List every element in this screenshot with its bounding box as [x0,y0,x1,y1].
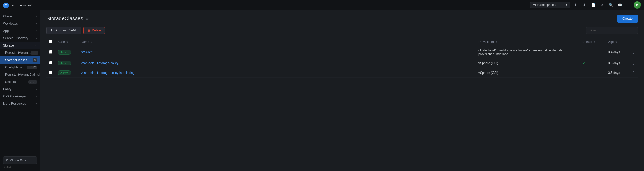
sidebar-item-label: Apps [3,29,10,33]
row-menu-icon[interactable]: ⋮ [632,61,635,65]
default-check: ✓ [582,61,585,65]
col-header-age[interactable]: Age ⇅ [606,38,629,46]
row-checkbox-cell [46,46,55,58]
page-title-row: StorageClasses ☆ [46,16,89,22]
select-all-header [46,38,55,46]
gear-icon: ⚙ [6,159,9,162]
col-header-name[interactable]: Name ↓ [78,38,476,46]
col-header-state[interactable]: State ⇅ [55,38,78,46]
more-options-icon[interactable]: ⋮ [625,1,632,9]
table-row: Active vsan-default-storage-policy vSphe… [46,58,638,68]
row-checkbox[interactable] [49,50,52,54]
download-yaml-button[interactable]: ⬇ Download YAML [46,27,81,34]
row-name: vsan-default-storage-policy [78,58,476,68]
page: StorageClasses ☆ Create ⬇ Download YAML … [40,10,644,171]
status-badge: Active [58,70,71,75]
user-avatar[interactable]: K [634,1,641,9]
toolbar-left: ⬇ Download YAML 🗑 Delete [46,27,105,34]
sidebar-item-label: Policy [3,87,11,91]
book-icon[interactable]: 📖 [616,1,623,9]
chevron-right-icon: › [36,95,37,98]
status-badge: Active [58,50,71,55]
row-checkbox[interactable] [49,61,52,64]
row-age: 3.5 days [606,68,629,78]
row-state: Active [55,68,78,78]
copy-icon[interactable]: ⧉ [598,1,606,9]
row-age: 3.5 days [606,58,629,68]
main-content: All Namespaces ▾ ⬆ ⬇ 📄 ⧉ 🔍 📖 ⋮ K Storage… [40,0,644,171]
chevron-right-icon: › [36,37,37,40]
cluster-tools-button[interactable]: ⚙ Cluster Tools [3,156,37,164]
sort-icon: ⇅ [66,41,68,43]
delete-button[interactable]: 🗑 Delete [83,27,105,34]
sidebar-item-storage-classes[interactable]: StorageClasses 3 [0,56,40,64]
row-provisioner: vSphere (CSI) [476,68,580,78]
sidebar-item-opa[interactable]: OPA Gatekeeper › [0,93,40,100]
search-icon[interactable]: 🔍 [607,1,614,9]
download-icon: ⬇ [50,29,53,32]
sidebar-item-policy[interactable]: Policy › [0,86,40,93]
chevron-right-icon: › [36,22,37,25]
download-yaml-label: Download YAML [54,29,77,32]
table-header-row: State ⇅ Name ↓ Provisioner ⇅ Default [46,38,638,46]
sidebar-item-secrets[interactable]: Secrets ↔ 67 [0,78,40,86]
sidebar-item-cluster[interactable]: Cluster › [0,13,40,20]
cluster-tools-label: Cluster Tools [10,159,26,162]
col-header-default[interactable]: Default ⇅ [580,38,606,46]
sidebar-header: T tanzuz-cluster-1 [0,0,40,11]
storage-class-link[interactable]: vsan-default-storage-policy-latebinding [81,71,134,75]
sort-icon: ↓ [91,41,92,43]
select-all-checkbox[interactable] [49,40,52,43]
sidebar-item-more-resources[interactable]: More Resources › [0,100,40,107]
sidebar-footer: ⚙ Cluster Tools v2.8.3 [0,154,40,171]
delete-label: Delete [92,29,101,32]
row-provisioner: cluster.local/tkc-addons-tkc-cluster-1-n… [476,46,580,58]
upload-icon[interactable]: ⬆ [572,1,579,9]
col-header-actions [629,38,638,46]
download-icon[interactable]: ⬇ [581,1,588,9]
sidebar-nav: Cluster › Workloads › Apps › Service Dis… [0,11,40,154]
app-logo: T [3,3,9,8]
version-label: v2.8.3 [3,166,37,168]
row-default: ✓ [580,58,606,68]
filter-input[interactable] [586,27,638,34]
badge-configmaps: ↔ 117 [27,66,37,69]
sidebar-item-storage[interactable]: Storage ∨ [0,42,40,49]
table-row: Active nfs-client cluster.local/tkc-addo… [46,46,638,58]
toolbar: ⬇ Download YAML 🗑 Delete [46,27,638,34]
row-provisioner: vSphere (CSI) [476,58,580,68]
col-header-provisioner[interactable]: Provisioner ⇅ [476,38,580,46]
sidebar-item-label: Workloads [3,22,18,25]
chevron-right-icon: › [36,88,37,90]
namespace-selector-label: All Namespaces [533,3,556,7]
row-menu-icon[interactable]: ⋮ [632,71,635,75]
sidebar-item-configmaps[interactable]: ConfigMaps ↔ 117 [0,64,40,71]
chevron-down-icon: ▾ [566,3,567,7]
chevron-right-icon: › [36,15,37,18]
sidebar-item-workloads[interactable]: Workloads › [0,20,40,27]
default-dash: — [582,50,585,54]
sidebar: T tanzuz-cluster-1 Cluster › Workloads ›… [0,0,40,171]
row-state: Active [55,46,78,58]
storage-class-link[interactable]: nfs-client [81,50,93,54]
cluster-name: tanzuz-cluster-1 [11,4,33,7]
sidebar-item-label: OPA Gatekeeper [3,95,26,98]
row-checkbox-cell [46,58,55,68]
row-checkbox-cell [46,68,55,78]
topbar: All Namespaces ▾ ⬆ ⬇ 📄 ⧉ 🔍 📖 ⋮ K [40,0,644,10]
favorite-star-icon[interactable]: ☆ [86,17,89,21]
storage-class-link[interactable]: vsan-default-storage-policy [81,61,118,65]
sidebar-item-service-discovery[interactable]: Service Discovery › [0,35,40,42]
namespace-selector[interactable]: All Namespaces ▾ [530,2,570,8]
row-menu-icon[interactable]: ⋮ [632,50,635,54]
create-button[interactable]: Create [617,15,638,23]
chevron-down-icon: ∨ [35,44,37,47]
sidebar-child-label: PersistentVolumeClaims [5,73,39,76]
page-title: StorageClasses [46,16,83,22]
sidebar-item-persistent-volumes[interactable]: PersistentVolumes ↔ 1 [0,49,40,56]
row-checkbox[interactable] [49,71,52,74]
sidebar-child-label: PersistentVolumes [5,51,31,55]
sidebar-item-pvc[interactable]: PersistentVolumeClaims ↔ 1 [0,71,40,78]
document-icon[interactable]: 📄 [590,1,597,9]
sidebar-item-apps[interactable]: Apps › [0,27,40,35]
